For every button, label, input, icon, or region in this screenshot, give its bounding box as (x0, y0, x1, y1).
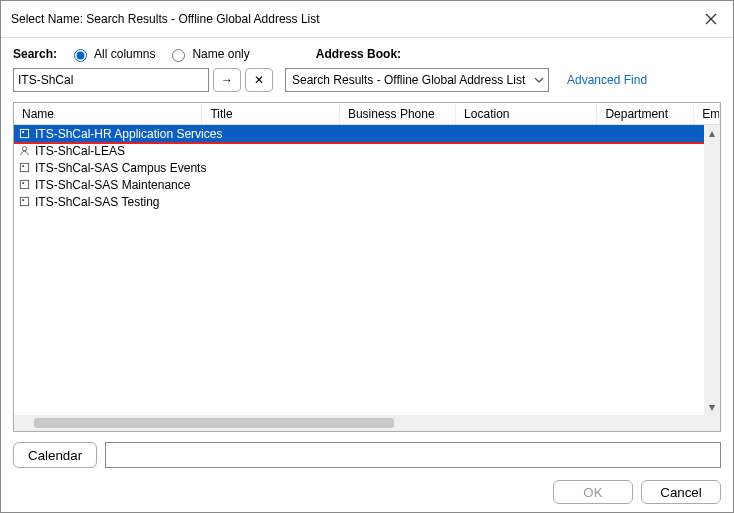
mailbox-icon (18, 178, 31, 191)
radio-all-columns-input[interactable] (74, 49, 87, 62)
radio-name-only-label: Name only (192, 47, 249, 61)
mailbox-icon (18, 161, 31, 174)
chevron-down-icon (534, 75, 544, 85)
vertical-scrollbar[interactable]: ▴ ▾ (704, 125, 720, 415)
close-button[interactable] (699, 7, 723, 31)
svg-point-4 (22, 147, 26, 151)
table-row[interactable]: ITS-ShCal-SAS Campus Eventsn (14, 159, 720, 176)
search-row-inputs: → ✕ Search Results - Offline Global Addr… (13, 68, 721, 92)
go-button[interactable]: → (213, 68, 241, 92)
grid-header: Name Title Business Phone Location Depar… (14, 103, 720, 125)
clear-button[interactable]: ✕ (245, 68, 273, 92)
svg-rect-5 (20, 163, 28, 171)
radio-name-only[interactable]: Name only (167, 46, 249, 62)
mailbox-icon (18, 195, 31, 208)
recipient-input[interactable] (105, 442, 721, 468)
svg-rect-6 (22, 165, 24, 167)
dialog-buttons: OK Cancel (13, 480, 721, 504)
row-name: ITS-ShCal-SAS Campus Events (35, 161, 206, 175)
search-label: Search: (13, 47, 57, 61)
titlebar: Select Name: Search Results - Offline Gl… (1, 1, 733, 38)
address-book-select[interactable]: Search Results - Offline Global Address … (285, 68, 549, 92)
search-input[interactable] (13, 68, 209, 92)
table-row[interactable]: ITS-ShCal-SAS Testingn (14, 193, 720, 210)
horizontal-scrollbar[interactable] (14, 415, 720, 431)
table-row[interactable]: ITS-ShCal-SAS Maintenancen (14, 176, 720, 193)
col-header-title[interactable]: Title (202, 104, 339, 124)
hscroll-thumb[interactable] (34, 418, 394, 428)
col-header-phone[interactable]: Business Phone (340, 104, 456, 124)
col-header-location[interactable]: Location (456, 104, 597, 124)
svg-rect-2 (20, 129, 28, 137)
table-row[interactable]: ITS-ShCal-LEASn (14, 142, 720, 159)
go-arrow-icon: → (221, 73, 233, 87)
radio-name-only-input[interactable] (172, 49, 185, 62)
results-grid: Name Title Business Phone Location Depar… (13, 102, 721, 432)
calendar-button[interactable]: Calendar (13, 442, 97, 468)
svg-rect-10 (22, 199, 24, 201)
dialog-window: Select Name: Search Results - Offline Gl… (0, 0, 734, 513)
clear-x-icon: ✕ (254, 73, 264, 87)
dialog-body: Search: All columns Name only Address Bo… (1, 38, 733, 512)
col-header-department[interactable]: Department (597, 104, 694, 124)
search-row-labels: Search: All columns Name only Address Bo… (13, 46, 721, 62)
row-name: ITS-ShCal-HR Application Services (35, 127, 222, 141)
svg-rect-7 (20, 180, 28, 188)
row-name: ITS-ShCal-LEAS (35, 144, 125, 158)
close-icon (705, 13, 717, 25)
ok-button[interactable]: OK (553, 480, 633, 504)
row-name: ITS-ShCal-SAS Testing (35, 195, 160, 209)
mailbox-icon (18, 127, 31, 140)
svg-rect-8 (22, 182, 24, 184)
cancel-button[interactable]: Cancel (641, 480, 721, 504)
scroll-up-icon[interactable]: ▴ (704, 125, 720, 141)
row-name: ITS-ShCal-SAS Maintenance (35, 178, 190, 192)
radio-all-columns-label: All columns (94, 47, 155, 61)
table-row[interactable]: ITS-ShCal-HR Application Services (14, 125, 720, 142)
recipient-row: Calendar (13, 442, 721, 468)
address-book-label: Address Book: (316, 47, 401, 61)
advanced-find-link[interactable]: Advanced Find (567, 73, 647, 87)
person-icon (18, 144, 31, 157)
radio-all-columns[interactable]: All columns (69, 46, 155, 62)
svg-rect-3 (22, 131, 24, 133)
window-title: Select Name: Search Results - Offline Gl… (11, 12, 320, 26)
col-header-email[interactable]: Email (694, 104, 720, 124)
svg-rect-9 (20, 197, 28, 205)
scroll-down-icon[interactable]: ▾ (704, 399, 720, 415)
col-header-name[interactable]: Name (14, 104, 202, 124)
grid-body: ITS-ShCal-HR Application ServicesITS-ShC… (14, 125, 720, 415)
address-book-selected-text: Search Results - Offline Global Address … (292, 73, 534, 87)
